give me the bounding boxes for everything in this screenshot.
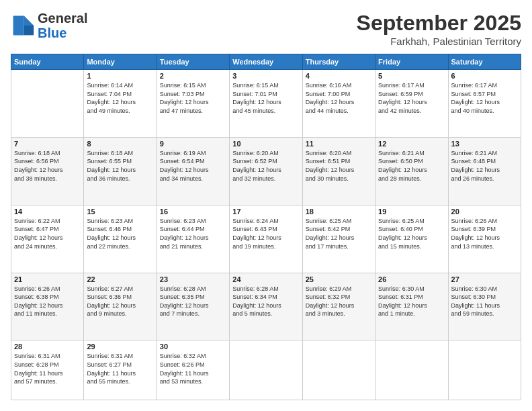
- day-info: Sunrise: 6:16 AMSunset: 7:00 PMDaylight:…: [306, 81, 372, 115]
- day-info: Sunrise: 6:24 AMSunset: 6:43 PMDaylight:…: [232, 217, 299, 250]
- day-number: 6: [451, 72, 518, 80]
- day-number: 19: [378, 208, 445, 216]
- logo: General Blue: [11, 11, 87, 40]
- day-info: Sunrise: 6:17 AMSunset: 6:57 PMDaylight:…: [451, 81, 518, 115]
- calendar: SundayMondayTuesdayWednesdayThursdayFrid…: [11, 54, 521, 400]
- day-header: Friday: [375, 54, 448, 70]
- day-info: Sunrise: 6:27 AMSunset: 6:36 PMDaylight:…: [87, 285, 153, 318]
- day-info: Sunrise: 6:25 AMSunset: 6:42 PMDaylight:…: [306, 217, 372, 250]
- day-info: Sunrise: 6:31 AMSunset: 6:28 PMDaylight:…: [14, 352, 81, 385]
- calendar-cell: 24Sunrise: 6:28 AMSunset: 6:34 PMDayligh…: [230, 273, 302, 340]
- day-info: Sunrise: 6:32 AMSunset: 6:26 PMDaylight:…: [160, 352, 226, 385]
- calendar-cell: 16Sunrise: 6:23 AMSunset: 6:44 PMDayligh…: [157, 205, 229, 273]
- calendar-cell: 14Sunrise: 6:22 AMSunset: 6:47 PMDayligh…: [11, 205, 84, 273]
- day-info: Sunrise: 6:21 AMSunset: 6:48 PMDaylight:…: [451, 149, 518, 183]
- day-number: 15: [87, 208, 153, 216]
- calendar-cell: 6Sunrise: 6:17 AMSunset: 6:57 PMDaylight…: [448, 70, 521, 138]
- calendar-cell: 26Sunrise: 6:30 AMSunset: 6:31 PMDayligh…: [375, 273, 448, 340]
- day-number: 22: [87, 275, 153, 283]
- calendar-cell: 20Sunrise: 6:26 AMSunset: 6:39 PMDayligh…: [448, 205, 521, 273]
- calendar-cell: 21Sunrise: 6:26 AMSunset: 6:38 PMDayligh…: [11, 273, 84, 340]
- calendar-cell: 7Sunrise: 6:18 AMSunset: 6:56 PMDaylight…: [11, 137, 84, 205]
- calendar-cell: [302, 340, 375, 400]
- day-number: 1: [87, 72, 153, 80]
- day-info: Sunrise: 6:14 AMSunset: 7:04 PMDaylight:…: [87, 81, 153, 115]
- day-number: 25: [306, 275, 372, 283]
- day-info: Sunrise: 6:26 AMSunset: 6:38 PMDaylight:…: [14, 285, 81, 318]
- day-number: 2: [160, 72, 226, 80]
- calendar-cell: 15Sunrise: 6:23 AMSunset: 6:46 PMDayligh…: [84, 205, 157, 273]
- calendar-cell: 5Sunrise: 6:17 AMSunset: 6:59 PMDaylight…: [375, 70, 448, 138]
- day-header: Saturday: [448, 54, 521, 70]
- calendar-cell: 12Sunrise: 6:21 AMSunset: 6:50 PMDayligh…: [375, 137, 448, 205]
- day-number: 20: [451, 208, 518, 216]
- svg-rect-2: [13, 16, 24, 36]
- calendar-cell: 28Sunrise: 6:31 AMSunset: 6:28 PMDayligh…: [11, 340, 84, 400]
- day-number: 18: [306, 208, 372, 216]
- day-number: 9: [160, 140, 226, 148]
- day-number: 27: [451, 275, 518, 283]
- day-info: Sunrise: 6:31 AMSunset: 6:27 PMDaylight:…: [87, 352, 153, 385]
- calendar-cell: 25Sunrise: 6:29 AMSunset: 6:32 PMDayligh…: [302, 273, 375, 340]
- day-number: 23: [160, 275, 226, 283]
- day-info: Sunrise: 6:23 AMSunset: 6:44 PMDaylight:…: [160, 217, 226, 250]
- calendar-cell: [448, 340, 521, 400]
- day-header: Wednesday: [230, 54, 302, 70]
- calendar-cell: 2Sunrise: 6:15 AMSunset: 7:03 PMDaylight…: [157, 70, 229, 138]
- day-number: 4: [306, 72, 372, 80]
- day-number: 14: [14, 208, 81, 216]
- header: General Blue September 2025 Farkhah, Pal…: [11, 11, 521, 47]
- calendar-body: 1Sunrise: 6:14 AMSunset: 7:04 PMDaylight…: [11, 70, 521, 400]
- calendar-cell: 9Sunrise: 6:19 AMSunset: 6:54 PMDaylight…: [157, 137, 229, 205]
- calendar-cell: 22Sunrise: 6:27 AMSunset: 6:36 PMDayligh…: [84, 273, 157, 340]
- calendar-cell: 30Sunrise: 6:32 AMSunset: 6:26 PMDayligh…: [157, 340, 229, 400]
- calendar-cell: [230, 340, 302, 400]
- day-info: Sunrise: 6:15 AMSunset: 7:03 PMDaylight:…: [160, 81, 226, 115]
- day-info: Sunrise: 6:20 AMSunset: 6:52 PMDaylight:…: [232, 149, 299, 183]
- page: General Blue September 2025 Farkhah, Pal…: [0, 0, 532, 411]
- day-number: 21: [14, 275, 81, 283]
- day-header: Monday: [84, 54, 157, 70]
- day-header: Tuesday: [157, 54, 229, 70]
- calendar-cell: 13Sunrise: 6:21 AMSunset: 6:48 PMDayligh…: [448, 137, 521, 205]
- day-info: Sunrise: 6:26 AMSunset: 6:39 PMDaylight:…: [451, 217, 518, 250]
- day-info: Sunrise: 6:30 AMSunset: 6:30 PMDaylight:…: [451, 285, 518, 318]
- calendar-cell: 17Sunrise: 6:24 AMSunset: 6:43 PMDayligh…: [230, 205, 302, 273]
- calendar-cell: 27Sunrise: 6:30 AMSunset: 6:30 PMDayligh…: [448, 273, 521, 340]
- calendar-cell: 18Sunrise: 6:25 AMSunset: 6:42 PMDayligh…: [302, 205, 375, 273]
- day-info: Sunrise: 6:28 AMSunset: 6:35 PMDaylight:…: [160, 285, 226, 318]
- day-number: 26: [378, 275, 445, 283]
- day-number: 3: [232, 72, 299, 80]
- day-number: 28: [14, 342, 81, 351]
- day-info: Sunrise: 6:18 AMSunset: 6:55 PMDaylight:…: [87, 149, 153, 183]
- day-number: 12: [378, 140, 445, 148]
- calendar-cell: 8Sunrise: 6:18 AMSunset: 6:55 PMDaylight…: [84, 137, 157, 205]
- day-info: Sunrise: 6:25 AMSunset: 6:40 PMDaylight:…: [378, 217, 445, 250]
- day-info: Sunrise: 6:28 AMSunset: 6:34 PMDaylight:…: [232, 285, 299, 318]
- day-number: 29: [87, 342, 153, 351]
- calendar-cell: 4Sunrise: 6:16 AMSunset: 7:00 PMDaylight…: [302, 70, 375, 138]
- day-info: Sunrise: 6:20 AMSunset: 6:51 PMDaylight:…: [306, 149, 372, 183]
- day-number: 10: [232, 140, 299, 148]
- day-info: Sunrise: 6:18 AMSunset: 6:56 PMDaylight:…: [14, 149, 81, 183]
- day-info: Sunrise: 6:23 AMSunset: 6:46 PMDaylight:…: [87, 217, 153, 250]
- subtitle: Farkhah, Palestinian Territory: [357, 36, 521, 47]
- day-number: 8: [87, 140, 153, 148]
- day-info: Sunrise: 6:29 AMSunset: 6:32 PMDaylight:…: [306, 285, 372, 318]
- calendar-cell: 10Sunrise: 6:20 AMSunset: 6:52 PMDayligh…: [230, 137, 302, 205]
- day-info: Sunrise: 6:30 AMSunset: 6:31 PMDaylight:…: [378, 285, 445, 318]
- logo-line2: Blue: [38, 26, 87, 40]
- day-number: 17: [232, 208, 299, 216]
- month-title: September 2025: [357, 11, 521, 36]
- calendar-cell: 1Sunrise: 6:14 AMSunset: 7:04 PMDaylight…: [84, 70, 157, 138]
- logo-icon: [11, 13, 35, 38]
- calendar-cell: [11, 70, 84, 138]
- calendar-header-row: SundayMondayTuesdayWednesdayThursdayFrid…: [11, 54, 521, 70]
- day-number: 7: [14, 140, 81, 148]
- day-number: 11: [306, 140, 372, 148]
- day-number: 5: [378, 72, 445, 80]
- svg-marker-1: [24, 26, 34, 35]
- day-number: 24: [232, 275, 299, 283]
- day-header: Sunday: [11, 54, 84, 70]
- day-header: Thursday: [302, 54, 375, 70]
